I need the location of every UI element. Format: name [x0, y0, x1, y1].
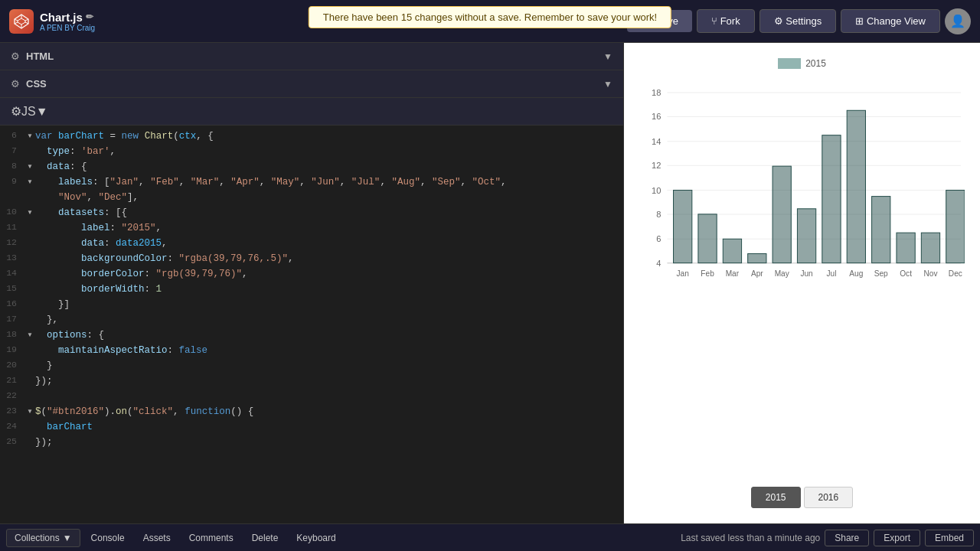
toast-banner: There have been 15 changes without a sav… — [309, 6, 671, 28]
code-line: 24 barChart — [0, 419, 623, 435]
js-label: JS — [21, 105, 36, 119]
comments-button[interactable]: Comments — [181, 530, 241, 546]
avatar[interactable]: 👤 — [945, 8, 971, 34]
svg-text:Jun: Jun — [800, 269, 812, 278]
svg-text:Aug: Aug — [849, 269, 863, 278]
legend-label: 2015 — [805, 58, 826, 69]
code-line: 13 backgroundColor: "rgba(39,79,76,.5)", — [0, 251, 623, 266]
svg-rect-33 — [872, 197, 890, 263]
html-chevron-icon: ▼ — [603, 51, 612, 62]
svg-rect-36 — [946, 191, 965, 263]
pen-name: Chart.js — [40, 11, 83, 24]
code-line: 6 ▾ var barChart = new Chart(ctx, { — [0, 129, 623, 144]
svg-rect-27 — [723, 239, 741, 262]
btn-2015[interactable]: 2015 — [751, 487, 801, 508]
collections-label: Collections — [15, 533, 60, 543]
svg-text:Mar: Mar — [726, 269, 740, 278]
svg-text:Apr: Apr — [751, 269, 763, 278]
chart-svg-area: 18 16 14 12 10 8 6 4 — [639, 77, 965, 476]
collections-button[interactable]: Collections ▼ — [6, 529, 80, 547]
svg-rect-30 — [797, 209, 815, 263]
preview-panel: 2015 18 16 14 12 10 8 6 4 — [624, 43, 980, 523]
editor-panel: ⚙ HTML ▼ ⚙ CSS ▼ ⚙ JS ▼ 6 ▾ var barChart… — [0, 43, 624, 523]
assets-button[interactable]: Assets — [136, 530, 178, 546]
svg-rect-35 — [921, 233, 939, 262]
chart-buttons: 2015 2016 — [751, 487, 853, 508]
code-line: 9 ▾ labels: ["Jan", "Feb", "Mar", "Apr",… — [0, 174, 623, 190]
code-line: "Nov", "Dec"], — [0, 190, 623, 205]
css-label: CSS — [26, 78, 47, 90]
code-line: 25 }); — [0, 435, 623, 450]
code-line: 18 ▾ options: { — [0, 328, 623, 343]
code-line: 20 } — [0, 358, 623, 373]
svg-text:14: 14 — [652, 137, 661, 146]
codepen-logo — [9, 9, 34, 34]
code-line: 8 ▾ data: { — [0, 159, 623, 174]
svg-text:May: May — [775, 269, 790, 278]
code-editor[interactable]: 6 ▾ var barChart = new Chart(ctx, { 7 ty… — [0, 126, 623, 523]
html-label: HTML — [26, 51, 54, 62]
code-line: 11 label: "2015", — [0, 220, 623, 236]
svg-text:12: 12 — [652, 161, 661, 170]
html-gear-icon: ⚙ — [11, 51, 20, 62]
export-button[interactable]: Export — [874, 530, 920, 546]
svg-text:Dec: Dec — [949, 269, 962, 278]
svg-text:10: 10 — [652, 186, 661, 195]
bottombar: Collections ▼ Console Assets Comments De… — [0, 523, 980, 551]
js-section-header[interactable]: ⚙ JS ▼ — [0, 98, 623, 126]
change-view-button[interactable]: ⊞ Change View — [841, 9, 940, 33]
svg-text:Nov: Nov — [923, 269, 938, 278]
css-chevron-icon: ▼ — [603, 79, 612, 90]
share-button[interactable]: Share — [825, 530, 869, 546]
svg-text:Jul: Jul — [826, 269, 836, 278]
svg-text:Jan: Jan — [677, 269, 689, 278]
chart-legend: 2015 — [778, 58, 826, 69]
svg-text:18: 18 — [652, 88, 661, 97]
svg-text:16: 16 — [652, 112, 661, 121]
code-line: 14 borderColor: "rgb(39,79,76)", — [0, 266, 623, 282]
settings-button[interactable]: ⚙ Settings — [760, 9, 837, 33]
js-gear-icon: ⚙ — [11, 104, 21, 119]
embed-button[interactable]: Embed — [925, 530, 974, 546]
code-line: 23 ▾ $("#btn2016").on("click", function(… — [0, 404, 623, 419]
bar-chart-svg: 18 16 14 12 10 8 6 4 — [639, 77, 965, 367]
svg-text:8: 8 — [656, 210, 661, 219]
console-button[interactable]: Console — [83, 530, 132, 546]
code-line: 19 maintainAspectRatio: false — [0, 343, 623, 358]
svg-rect-32 — [847, 110, 865, 262]
css-gear-icon: ⚙ — [11, 78, 20, 90]
code-line: 15 borderWidth: 1 — [0, 282, 623, 297]
main-area: ⚙ HTML ▼ ⚙ CSS ▼ ⚙ JS ▼ 6 ▾ var barChart… — [0, 43, 980, 523]
svg-text:Sep: Sep — [874, 269, 888, 278]
code-line: 7 type: 'bar', — [0, 144, 623, 159]
svg-rect-34 — [897, 233, 915, 262]
svg-rect-26 — [698, 214, 717, 263]
code-line: 10 ▾ datasets: [{ — [0, 205, 623, 220]
svg-text:Oct: Oct — [900, 269, 912, 278]
logo-area: Chart.js ✏ A PEN BY Craig — [9, 9, 132, 34]
delete-button[interactable]: Delete — [244, 530, 286, 546]
js-chevron-icon: ▼ — [36, 105, 48, 119]
fork-button[interactable]: ⑂ Fork — [697, 9, 755, 33]
legend-color-box — [778, 58, 801, 69]
collections-dropdown-icon: ▼ — [63, 533, 72, 543]
btn-2016[interactable]: 2016 — [804, 487, 854, 508]
html-section-header[interactable]: ⚙ HTML ▼ — [0, 43, 623, 70]
css-section-header[interactable]: ⚙ CSS ▼ — [0, 70, 623, 98]
keyboard-button[interactable]: Keyboard — [289, 530, 343, 546]
bottom-right-area: Last saved less than a minute ago Share … — [681, 530, 974, 546]
js-section: ⚙ JS ▼ 6 ▾ var barChart = new Chart(ctx,… — [0, 98, 623, 523]
topbar: Chart.js ✏ A PEN BY Craig There have bee… — [0, 0, 980, 43]
topbar-actions: 💾 Save ⑂ Fork ⚙ Settings ⊞ Change View 👤 — [627, 8, 971, 34]
pen-author-line: A PEN BY Craig — [40, 24, 95, 32]
svg-rect-29 — [773, 166, 791, 262]
svg-text:4: 4 — [656, 259, 661, 268]
edit-pen-icon[interactable]: ✏ — [86, 11, 93, 22]
code-line: 22 — [0, 389, 623, 404]
save-status: Last saved less than a minute ago — [681, 533, 820, 543]
code-line: 17 }, — [0, 312, 623, 328]
svg-rect-25 — [674, 191, 692, 263]
logo-text: Chart.js ✏ A PEN BY Craig — [40, 11, 95, 32]
svg-marker-1 — [18, 18, 25, 24]
svg-text:6: 6 — [656, 234, 661, 243]
